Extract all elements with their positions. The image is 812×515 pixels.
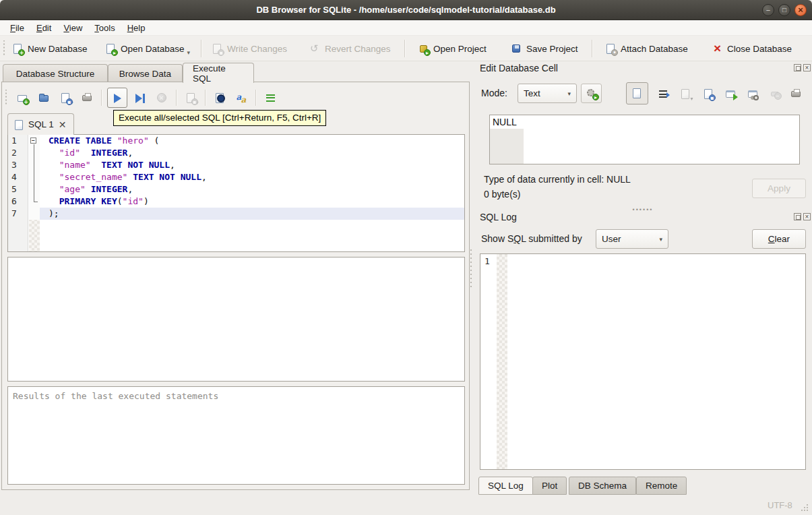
export-data-button[interactable]: ▪	[699, 85, 717, 102]
format-sql-button[interactable]	[261, 89, 279, 107]
execute-all-button[interactable]	[107, 88, 127, 108]
sql-toolbar-separator	[176, 90, 177, 106]
close-panel-icon[interactable]	[803, 64, 811, 71]
dock-splitter[interactable]: ••••••	[480, 204, 806, 208]
mode-select[interactable]: Text▾	[518, 84, 577, 103]
resize-grip[interactable]	[801, 504, 809, 512]
tab-database-structure[interactable]: Database Structure	[3, 64, 108, 82]
open-database-button[interactable]: ▸ Open Database ▾	[101, 39, 194, 58]
write-changes-icon: ▪	[212, 43, 223, 55]
menu-bar: File Edit View Tools Help	[0, 20, 812, 36]
fold-marker	[29, 208, 40, 220]
import-in-cell-button[interactable]: ▸	[581, 84, 602, 103]
toolbar-separator	[201, 40, 201, 57]
menu-file[interactable]: File	[4, 21, 30, 35]
gear-icon: ▸	[586, 88, 597, 99]
log-filter-label: Show SQL submitted by	[481, 233, 582, 244]
open-sql-file-button[interactable]	[35, 89, 53, 107]
toolbar-separator	[592, 40, 592, 57]
text-mode-button[interactable]	[626, 82, 648, 104]
minimize-icon[interactable]	[762, 4, 774, 16]
menu-view[interactable]: View	[57, 21, 88, 35]
close-database-icon	[712, 43, 723, 55]
panel-splitter[interactable]	[470, 249, 473, 290]
print-cell-button[interactable]	[787, 85, 805, 102]
code-area[interactable]: CREATE TABLE "hero" ( "id" INTEGER, "nam…	[40, 135, 464, 251]
print-cell-icon	[790, 88, 802, 100]
results-grid-pane[interactable]	[7, 257, 465, 382]
sql-toolbar-separator	[255, 90, 256, 106]
save-project-button[interactable]: Save Project	[507, 39, 582, 58]
toolbar-drag-handle[interactable]	[3, 40, 5, 57]
tab-browse-data[interactable]: Browse Data	[108, 64, 183, 82]
dock-tab-db-schema[interactable]: DB Schema	[569, 477, 636, 495]
import-data-button: ▾	[677, 85, 694, 102]
replace-button[interactable]	[232, 89, 250, 107]
menu-tools[interactable]: Tools	[88, 21, 121, 35]
dock-tab-sql-log[interactable]: SQL Log	[478, 477, 533, 495]
find-button[interactable]	[211, 89, 228, 107]
title-bar[interactable]: DB Browser for SQLite - /home/user/code/…	[0, 0, 812, 20]
new-database-icon: +	[12, 43, 24, 55]
clear-log-button[interactable]: Clear	[752, 229, 806, 249]
close-database-button[interactable]: Close Database	[708, 39, 796, 58]
print-sql-button[interactable]	[78, 89, 96, 107]
float-panel-icon[interactable]	[794, 213, 801, 220]
close-panel-icon[interactable]	[803, 213, 811, 220]
open-external-button[interactable]	[722, 85, 739, 102]
new-sql-tab-button[interactable]: +	[13, 89, 31, 107]
sql-1-tab[interactable]: SQL 1 ✕	[7, 113, 74, 135]
write-changes-button: ▪ Write Changes	[208, 39, 291, 58]
sql-toolbar: + ▪▾ ▪▾	[3, 86, 448, 109]
window-controls	[762, 4, 807, 16]
save-sql-file-button[interactable]: ▪▾	[57, 89, 74, 107]
open-project-button[interactable]: ▸ Open Project	[414, 39, 491, 58]
menu-edit[interactable]: Edit	[30, 21, 57, 35]
word-wrap-button[interactable]	[655, 85, 673, 102]
code-line[interactable]: );	[40, 208, 464, 220]
fold-marker	[29, 159, 40, 171]
copy-path-button[interactable]	[744, 85, 761, 102]
sql-log-area[interactable]: 1	[480, 253, 806, 470]
execution-messages-pane[interactable]: Results of the last executed statements	[7, 386, 465, 485]
code-line[interactable]: "secret_name" TEXT NOT NULL,	[40, 171, 464, 183]
fold-marker[interactable]: −	[29, 135, 40, 147]
new-sql-tab-icon: +	[17, 92, 28, 104]
menu-help[interactable]: Help	[121, 21, 152, 35]
maximize-icon[interactable]	[778, 4, 790, 16]
cell-editor-margin	[490, 129, 524, 164]
code-line[interactable]: "name" TEXT NOT NULL,	[40, 159, 464, 171]
word-wrap-icon	[658, 88, 670, 100]
execute-sql-panel: + ▪▾ ▪▾	[1, 82, 470, 490]
code-line[interactable]: "id" INTEGER,	[40, 147, 464, 159]
line-number: 2	[8, 147, 28, 159]
code-line[interactable]: "age" INTEGER,	[40, 183, 464, 195]
tab-execute-sql[interactable]: Execute SQL	[183, 63, 254, 83]
set-null-button	[767, 85, 784, 102]
code-line[interactable]: PRIMARY KEY("id")	[40, 195, 464, 208]
log-filter-select[interactable]: User▾	[596, 229, 668, 249]
attach-database-icon: •	[605, 43, 617, 55]
fold-margin[interactable]: −	[29, 135, 40, 251]
line-number: 5	[8, 183, 28, 195]
cell-editor[interactable]: NULL	[489, 115, 800, 164]
cell-size-info: 0 byte(s)	[484, 189, 520, 200]
fold-marker	[29, 171, 40, 183]
editor-results-splitter[interactable]: ••••••	[7, 252, 465, 256]
mode-label: Mode:	[481, 88, 507, 98]
sql-toolbar-drag-handle[interactable]	[5, 90, 7, 106]
close-window-icon[interactable]	[794, 4, 807, 16]
line-number: 3	[8, 159, 28, 171]
dock-tab-plot[interactable]: Plot	[532, 477, 567, 495]
float-panel-icon[interactable]	[794, 64, 801, 71]
close-tab-icon[interactable]: ✕	[59, 119, 67, 130]
sql-code-editor[interactable]: 1234567 − CREATE TABLE "hero" ( "id" INT…	[7, 134, 465, 252]
dock-tab-remote[interactable]: Remote	[636, 477, 687, 495]
set-null-icon	[770, 88, 782, 100]
open-database-dropdown-icon[interactable]: ▾	[187, 49, 191, 58]
results-message-splitter[interactable]: ••••••	[7, 382, 465, 386]
code-line[interactable]: CREATE TABLE "hero" (	[40, 135, 464, 147]
new-database-button[interactable]: + New Database	[8, 39, 92, 58]
attach-database-button[interactable]: • Attach Database	[601, 39, 692, 58]
execute-current-line-button[interactable]	[131, 89, 149, 107]
